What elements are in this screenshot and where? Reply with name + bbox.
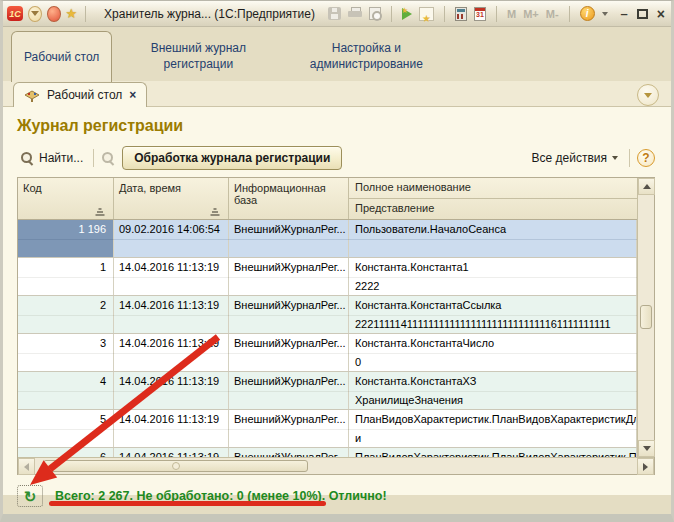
table-row[interactable]: 514.04.2016 11:13:19ВнешнийЖурналРег...П… <box>18 410 637 448</box>
calculator-icon[interactable] <box>455 7 467 21</box>
column-header-fullname[interactable]: Полное наименование Представление <box>349 178 637 219</box>
table-row[interactable]: 114.04.2016 11:13:19ВнешнийЖурналРег...К… <box>18 258 637 296</box>
horizontal-scrollbar[interactable] <box>18 457 654 474</box>
table-cell[interactable]: ВнешнийЖурналРег... <box>229 296 349 333</box>
chevron-down-icon <box>644 93 652 98</box>
info-button[interactable]: i <box>580 6 595 21</box>
close-subtab-icon[interactable]: × <box>129 88 136 102</box>
scroll-left-button <box>18 458 35 475</box>
toolbar: Найти... Обработка журнала регистрации В… <box>17 145 655 171</box>
table-cell-fullname[interactable]: Константа.КонстантаХЗХранилищеЗначения <box>349 372 637 409</box>
main-menu-button[interactable] <box>28 6 42 22</box>
1c-logo-icon[interactable]: 1С <box>7 6 23 21</box>
table-cell[interactable]: 14.04.2016 11:13:19 <box>114 410 229 447</box>
status-text: Всего: 2 267. Не обработано: 0 (менее 10… <box>55 489 387 503</box>
quick-access-button[interactable] <box>47 6 61 22</box>
horizontal-scroll-thumb[interactable] <box>43 460 308 472</box>
table-cell[interactable]: 5 <box>18 410 114 447</box>
window-tab-row: Рабочий стол × <box>3 81 671 107</box>
section-tabstrip: Рабочий стол Внешний журнал регистрации … <box>3 27 671 81</box>
triangle-right-icon <box>643 463 648 471</box>
table-cell[interactable]: ВнешнийЖурналРег... <box>229 258 349 295</box>
table-cell-fullname[interactable]: ПланВидовХарактеристик.ПланВидовХарактер… <box>349 448 637 457</box>
titlebar: 1С ★ Хранитель журна... (1С:Предприятие)… <box>3 1 671 27</box>
table-cell[interactable]: ВнешнийЖурналРег... <box>229 448 349 457</box>
table-row[interactable]: 314.04.2016 11:13:19ВнешнийЖурналРег...К… <box>18 334 637 372</box>
refresh-icon: ↻ <box>24 489 37 504</box>
table-cell-fullname[interactable]: Константа.КонстантаСсылка222111114111111… <box>349 296 637 333</box>
table-row[interactable]: 614.04.2016 11:13:19ВнешнийЖурналРег...П… <box>18 448 637 457</box>
goto-link-icon[interactable] <box>402 8 412 20</box>
table-row[interactable]: 1 19609.02.2016 14:06:54ВнешнийЖурналРег… <box>18 220 637 258</box>
table-cell[interactable]: 14.04.2016 11:13:19 <box>114 372 229 409</box>
separator <box>444 6 445 22</box>
app-window: 1С ★ Хранитель журна... (1С:Предприятие)… <box>0 0 674 522</box>
table-cell[interactable]: 1 196 <box>18 220 114 257</box>
table-cell[interactable]: 6 <box>18 448 114 457</box>
subtab-label: Рабочий стол <box>47 88 122 102</box>
add-favorite-icon[interactable] <box>419 7 434 21</box>
separator <box>569 6 570 22</box>
tab-desktop[interactable]: Рабочий стол <box>11 31 112 82</box>
favorites-star-icon[interactable]: ★ <box>66 7 78 20</box>
table-cell[interactable]: 14.04.2016 11:13:19 <box>114 334 229 371</box>
scroll-up-button[interactable] <box>638 178 655 195</box>
triangle-down-icon <box>643 446 651 451</box>
print-preview-icon <box>369 7 381 20</box>
help-button[interactable]: ? <box>637 149 655 167</box>
table-cell-fullname[interactable]: Константа.КонстантаЧисло0 <box>349 334 637 371</box>
tab-settings-administration[interactable]: Настройка и администрирование <box>284 31 448 81</box>
calendar-icon[interactable]: 31 <box>474 7 486 21</box>
table-cell[interactable]: 14.04.2016 11:13:19 <box>114 296 229 333</box>
vertical-scroll-thumb[interactable] <box>640 305 652 329</box>
table-cell[interactable]: ВнешнийЖурналРег... <box>229 372 349 409</box>
table-cell-fullname[interactable]: ПланВидовХарактеристик.ПланВидовХарактер… <box>349 410 637 447</box>
clear-search-icon <box>101 151 115 165</box>
table-cell-fullname[interactable]: Пользователи.НачалоСеанса <box>349 220 637 257</box>
table-rows: 1 19609.02.2016 14:06:54ВнешнийЖурналРег… <box>18 220 637 457</box>
journal-table: Код Дата, время Информационная база <box>17 177 655 475</box>
vertical-scroll-track[interactable] <box>638 195 654 440</box>
table-cell[interactable]: ВнешнийЖурналРег... <box>229 410 349 447</box>
table-cell[interactable]: 1 <box>18 258 114 295</box>
table-cell[interactable]: 14.04.2016 11:13:19 <box>114 258 229 295</box>
page-title: Журнал регистрации <box>17 117 655 135</box>
column-header-datetime[interactable]: Дата, время <box>114 178 229 219</box>
scroll-down-button[interactable] <box>638 440 655 457</box>
memory-m-plus-button: M+ <box>523 8 539 20</box>
table-cell[interactable]: 2 <box>18 296 114 333</box>
process-journal-button[interactable]: Обработка журнала регистрации <box>122 146 342 170</box>
refresh-button[interactable]: ↻ <box>17 485 43 507</box>
desktop-icon <box>24 87 40 103</box>
column-header-infobase[interactable]: Информационная база <box>229 178 349 219</box>
table-cell[interactable]: 4 <box>18 372 114 409</box>
window-list-button[interactable] <box>637 84 659 106</box>
column-header-code[interactable]: Код <box>18 178 114 219</box>
table-row[interactable]: 214.04.2016 11:13:19ВнешнийЖурналРег...К… <box>18 296 637 334</box>
triangle-left-icon <box>24 463 29 471</box>
table-cell[interactable]: 09.02.2016 14:06:54 <box>114 220 229 257</box>
subtab-desktop[interactable]: Рабочий стол × <box>13 82 147 107</box>
scroll-right-button[interactable] <box>637 458 654 475</box>
minimize-button[interactable]: – <box>621 7 628 20</box>
info-dropdown-icon[interactable] <box>602 12 608 16</box>
table-row[interactable]: 414.04.2016 11:13:19ВнешнийЖурналРег...К… <box>18 372 637 410</box>
table-cell[interactable]: 14.04.2016 11:13:19 <box>114 448 229 457</box>
table-cell[interactable]: ВнешнийЖурналРег... <box>229 220 349 257</box>
tab-external-journal[interactable]: Внешний журнал регистрации <box>116 31 280 81</box>
horizontal-scroll-track[interactable] <box>35 458 637 474</box>
table-cell-fullname[interactable]: Константа.Константа12222 <box>349 258 637 295</box>
vertical-scrollbar[interactable] <box>637 178 654 457</box>
table-cell[interactable]: ВнешнийЖурналРег... <box>229 334 349 371</box>
find-button[interactable]: Найти... <box>17 149 86 167</box>
close-button[interactable]: × <box>657 7 665 21</box>
all-actions-button[interactable]: Все действия <box>528 149 622 167</box>
separator <box>85 6 86 22</box>
triangle-up-icon <box>643 184 651 189</box>
chevron-down-icon <box>612 156 618 160</box>
content-area: Журнал регистрации Найти... Обработка жу… <box>3 107 671 495</box>
separator <box>496 6 497 22</box>
sort-ascending-icon <box>210 208 220 216</box>
table-cell[interactable]: 3 <box>18 334 114 371</box>
maximize-button[interactable] <box>637 9 648 19</box>
